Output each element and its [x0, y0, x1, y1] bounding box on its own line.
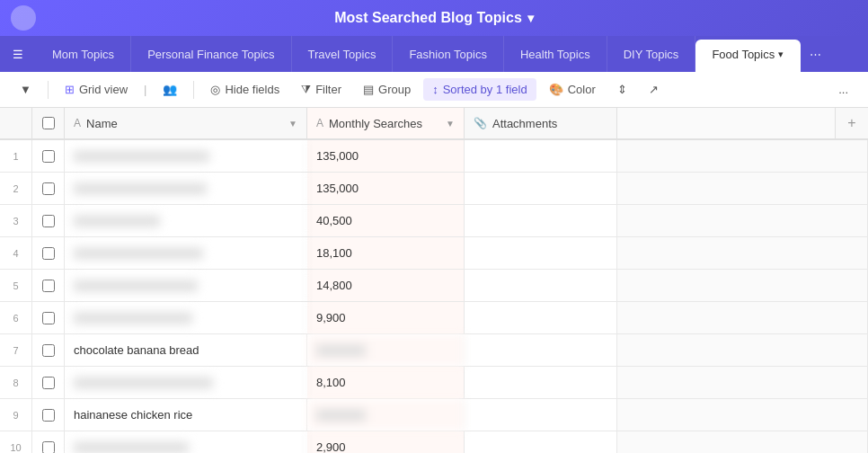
extra-col-header [617, 108, 836, 138]
extra-cell [617, 302, 868, 333]
name-column-header[interactable]: A Name ▼ [65, 108, 307, 138]
searches-cell[interactable]: 14,800 [307, 270, 465, 301]
header-title-text: Most Searched Blog Topics [334, 10, 522, 26]
extra-cell [617, 431, 868, 453]
row-checkbox[interactable] [42, 150, 55, 163]
sort-icon: ↕ [432, 83, 438, 96]
tab-fashion-topics[interactable]: Fashion Topics [393, 36, 503, 72]
searches-sort-icon: ▼ [446, 119, 455, 129]
tab-personal-finance-topics[interactable]: Personal Finance Topics [131, 36, 291, 72]
searches-cell[interactable]: 135,000 [307, 140, 465, 172]
filter-button[interactable]: ⧩ Filter [292, 78, 350, 102]
row-height-button[interactable]: ⇕ [608, 78, 636, 101]
header-dropdown-icon[interactable]: ▾ [527, 11, 534, 25]
table-row: 9hainanese chicken rice [0, 399, 868, 431]
add-column-button[interactable]: + [836, 108, 868, 138]
row-checkbox[interactable] [42, 312, 55, 324]
select-all-checkbox[interactable] [42, 117, 55, 129]
tab-food-topics[interactable]: Food Topics ▾ [695, 40, 801, 72]
searches-cell[interactable] [307, 399, 465, 431]
tab-health-topics[interactable]: Health Topics [504, 36, 607, 72]
checkbox-header[interactable] [32, 108, 65, 138]
table-row: 88,100 [0, 367, 868, 399]
row-checkbox[interactable] [42, 280, 55, 292]
attachments-column-header[interactable]: 📎 Attachments [465, 108, 617, 138]
group-icon: 👥 [163, 83, 177, 96]
row-number-cell: 10 [0, 431, 32, 453]
table-row: 69,900 [0, 302, 868, 334]
tab-mom-topics[interactable]: Mom Topics [36, 36, 131, 72]
name-cell[interactable]: hainanese chicken rice [65, 399, 307, 431]
name-cell[interactable] [65, 367, 307, 398]
row-number-cell: 1 [0, 140, 32, 172]
searches-cell[interactable]: 9,900 [307, 302, 465, 333]
share-button[interactable]: ↗ [640, 78, 668, 101]
row-checkbox-cell [32, 334, 65, 366]
grid-view-button[interactable]: ⊞ Grid view [56, 78, 137, 101]
row-checkbox-cell [32, 302, 65, 333]
extra-cell [617, 173, 868, 204]
row-num-header [0, 108, 32, 138]
searches-column-header[interactable]: A Monthly Searches ▼ [307, 108, 465, 138]
row-checkbox[interactable] [42, 247, 55, 260]
hide-fields-label: Hide fields [225, 83, 279, 96]
row-checkbox[interactable] [42, 215, 55, 227]
group-by-button[interactable]: 👥 [154, 78, 186, 101]
extra-cell [617, 399, 868, 431]
searches-cell[interactable]: 18,100 [307, 237, 465, 269]
filter-funnel-icon: ⧩ [301, 83, 311, 97]
name-cell[interactable] [65, 431, 307, 453]
searches-col-label: Monthly Searches [329, 117, 422, 130]
sort-filter-toggle[interactable]: ▼ [11, 78, 40, 101]
tab-personal-finance-label: Personal Finance Topics [147, 48, 274, 61]
name-cell[interactable] [65, 270, 307, 301]
tab-fashion-label: Fashion Topics [409, 48, 486, 61]
share-icon: ↗ [649, 83, 659, 96]
toolbar-divider-2 [193, 81, 194, 99]
row-checkbox[interactable] [42, 182, 55, 195]
table-row: 2135,000 [0, 173, 868, 205]
app-title: Most Searched Blog Topics ▾ [334, 10, 534, 26]
tab-travel-label: Travel Topics [308, 48, 376, 61]
row-number-cell: 9 [0, 399, 32, 431]
hamburger-menu[interactable]: ☰ [0, 36, 36, 72]
name-cell[interactable] [65, 237, 307, 269]
more-options-button[interactable]: ... [829, 78, 857, 101]
searches-cell[interactable]: 8,100 [307, 367, 465, 398]
searches-cell[interactable] [307, 334, 465, 366]
row-checkbox[interactable] [42, 377, 55, 389]
searches-cell[interactable]: 135,000 [307, 173, 465, 204]
name-cell[interactable] [65, 173, 307, 204]
row-checkbox-cell [32, 237, 65, 269]
tabs-bar: ☰ Mom Topics Personal Finance Topics Tra… [0, 36, 868, 72]
tab-travel-topics[interactable]: Travel Topics [292, 36, 394, 72]
attachments-cell [465, 302, 617, 333]
group-rows-icon: ▤ [363, 83, 374, 96]
sort-button[interactable]: ↕ Sorted by 1 field [423, 78, 536, 101]
group-button[interactable]: ▤ Group [354, 78, 420, 101]
row-checkbox-cell [32, 205, 65, 236]
name-cell[interactable] [65, 205, 307, 236]
toolbar: ▼ ⊞ Grid view | 👥 ◎ Hide fields ⧩ Filter… [0, 72, 868, 108]
tab-food-dropdown-icon[interactable]: ▾ [778, 49, 784, 60]
name-cell[interactable] [65, 302, 307, 333]
name-cell[interactable]: chocolate banana bread [65, 334, 307, 366]
table-row: 1135,000 [0, 140, 868, 173]
name-cell[interactable] [65, 140, 307, 172]
row-checkbox[interactable] [42, 441, 55, 454]
attachments-cell [465, 399, 617, 431]
tabs-overflow-icon[interactable]: ⋯ [801, 36, 830, 72]
row-checkbox[interactable] [42, 344, 55, 357]
hide-fields-button[interactable]: ◎ Hide fields [201, 78, 288, 101]
name-col-resize-handle[interactable] [297, 115, 306, 133]
row-number-cell: 2 [0, 173, 32, 204]
color-button[interactable]: 🎨 Color [540, 78, 605, 101]
group-label: Group [378, 83, 411, 96]
searches-cell[interactable]: 2,900 [307, 431, 465, 453]
tab-diy-topics[interactable]: DIY Topics [607, 36, 696, 72]
searches-cell[interactable]: 40,500 [307, 205, 465, 236]
hamburger-icon: ☰ [13, 48, 23, 61]
color-label: Color [568, 83, 596, 96]
searches-col-icon: A [316, 117, 323, 129]
row-checkbox[interactable] [42, 409, 55, 422]
